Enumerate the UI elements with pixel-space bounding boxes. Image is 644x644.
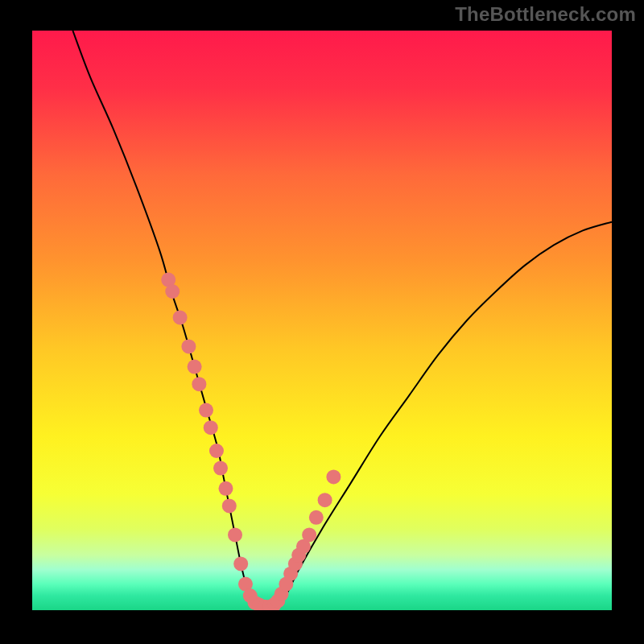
watermark-text: TheBottleneck.com bbox=[455, 3, 636, 26]
svg-rect-0 bbox=[32, 31, 612, 610]
background-gradient bbox=[32, 31, 612, 610]
chart-container: TheBottleneck.com bbox=[0, 0, 644, 644]
plot-area bbox=[32, 31, 612, 610]
